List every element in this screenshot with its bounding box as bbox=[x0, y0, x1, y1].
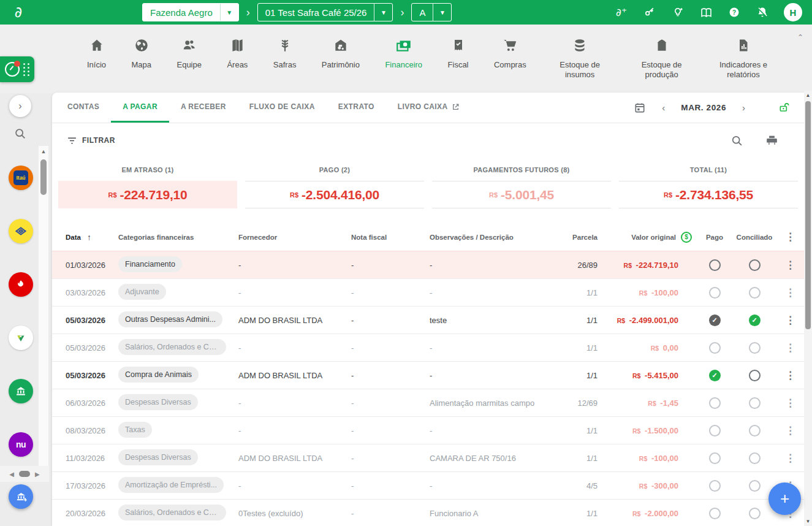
category-chip[interactable]: Taxas bbox=[118, 422, 152, 438]
prev-month-icon[interactable]: ‹ bbox=[646, 102, 681, 113]
nav-item-indicadores[interactable]: Indicadores e relatórios bbox=[715, 34, 772, 79]
summary-pagamentos-futuros[interactable]: PAGAMENTOS FUTUROS (8) R$-5.001,45 bbox=[432, 166, 611, 208]
category-chip[interactable]: Salários, Ordenados e Co... bbox=[118, 505, 226, 520]
summary-em-atraso[interactable]: EM ATRASO (1) R$-224.719,10 bbox=[58, 166, 237, 208]
nav-item-equipe[interactable]: Equipe bbox=[176, 34, 201, 79]
tab-livro-caixa[interactable]: LIVRO CAIXA bbox=[386, 93, 471, 123]
bank-green-icon[interactable] bbox=[9, 379, 33, 403]
header-pago[interactable]: Pago bbox=[697, 234, 732, 241]
nav-item-mapa[interactable]: Mapa bbox=[132, 34, 152, 79]
scroll-up-icon[interactable]: ▲ bbox=[39, 148, 48, 154]
referral-aegro-plus-icon[interactable]: ∂⁺ bbox=[615, 6, 628, 19]
avatar[interactable]: H bbox=[784, 3, 802, 21]
header-kebab-icon[interactable]: ⋮ bbox=[776, 232, 804, 242]
main-scrollbar[interactable]: ▲ ▼ bbox=[804, 91, 812, 526]
nav-item-safras[interactable]: Safras bbox=[273, 34, 297, 79]
itau-bank-icon[interactable]: Itaú bbox=[9, 166, 33, 190]
knowledge-book-icon[interactable] bbox=[699, 6, 713, 19]
paid-toggle[interactable]: ✓ bbox=[709, 370, 721, 381]
table-row[interactable]: 05/03/2026 Compra de Animais ADM DO BRAS… bbox=[52, 361, 804, 389]
header-nota-fiscal[interactable]: Nota fiscal bbox=[351, 234, 430, 241]
tab-fluxo-de-caixa[interactable]: FLUXO DE CAIXA bbox=[238, 93, 327, 123]
paid-toggle[interactable] bbox=[709, 508, 721, 519]
paid-toggle[interactable] bbox=[709, 452, 721, 464]
table-row[interactable]: 05/03/2026 Outras Despesas Admini... ADM… bbox=[52, 306, 804, 334]
field-caret-icon[interactable]: ▼ bbox=[433, 4, 451, 21]
scroll-right-icon[interactable]: ▶ bbox=[35, 471, 40, 478]
aegro-logo-icon[interactable]: ∂ bbox=[0, 4, 37, 21]
add-entry-fab[interactable]: + bbox=[768, 482, 801, 515]
calendar-icon[interactable] bbox=[634, 102, 646, 114]
rail-horizontal-scrollbar[interactable]: ◀ ▶ bbox=[0, 466, 49, 482]
category-chip[interactable]: Adjuvante bbox=[118, 284, 166, 300]
header-categorias[interactable]: Categorias financeiras bbox=[118, 234, 238, 241]
table-row[interactable]: 11/03/2026 Despesas Diversas ADM DO BRAS… bbox=[52, 444, 804, 471]
nav-item-financeiro[interactable]: Financeiro bbox=[385, 34, 422, 79]
category-chip[interactable]: Despesas Diversas bbox=[118, 394, 198, 410]
farm-selector[interactable]: Fazenda Aegro ▼ bbox=[142, 3, 239, 21]
search-icon[interactable] bbox=[730, 134, 743, 147]
filter-button[interactable]: FILTRAR bbox=[67, 135, 115, 146]
paid-toggle[interactable] bbox=[709, 397, 721, 409]
tab-a-pagar[interactable]: A PAGAR bbox=[111, 93, 169, 123]
help-icon[interactable]: ? bbox=[727, 6, 741, 19]
reconciled-toggle[interactable] bbox=[749, 370, 761, 381]
row-kebab-icon[interactable]: ⋮ bbox=[776, 315, 804, 326]
reconciled-toggle[interactable] bbox=[749, 425, 761, 436]
rail-scrollbar[interactable]: ▲ ▼ bbox=[39, 146, 48, 482]
table-row[interactable]: 20/03/2026 Salários, Ordenados e Co... 0… bbox=[52, 499, 804, 526]
paid-toggle[interactable] bbox=[709, 287, 721, 299]
table-row[interactable]: 01/03/2026 Financiamento - - - 26/89 R$ … bbox=[52, 251, 804, 278]
table-row[interactable]: 06/03/2026 Despesas Diversas - - Aliment… bbox=[52, 389, 804, 416]
reconciled-toggle[interactable] bbox=[749, 259, 761, 271]
paid-toggle[interactable]: ✓ bbox=[709, 314, 721, 326]
reconciled-toggle[interactable] bbox=[749, 397, 761, 409]
tab-a-receber[interactable]: A RECEBER bbox=[169, 93, 238, 123]
nav-item-patrimonio[interactable]: Patrimônio bbox=[322, 34, 360, 79]
summary-total[interactable]: TOTAL (11) R$-2.734.136,55 bbox=[619, 166, 798, 208]
category-chip[interactable]: Despesas Diversas bbox=[118, 449, 198, 465]
santander-bank-icon[interactable] bbox=[9, 272, 33, 297]
reconciled-toggle[interactable] bbox=[749, 287, 761, 299]
header-parcela[interactable]: Parcela bbox=[566, 234, 605, 241]
row-kebab-icon[interactable]: ⋮ bbox=[776, 425, 804, 436]
scroll-up-icon[interactable]: ▲ bbox=[804, 93, 812, 98]
header-conciliado[interactable]: Conciliado bbox=[732, 234, 776, 241]
season-selector[interactable]: 01 Test Safra Café 25/26 ▼ bbox=[257, 3, 393, 21]
banco-do-brasil-icon[interactable] bbox=[9, 219, 33, 243]
reconciled-toggle[interactable] bbox=[749, 342, 761, 354]
collapse-nav-icon[interactable]: ⌃ bbox=[797, 33, 803, 42]
nav-item-estoque-insumos[interactable]: Estoque de insumos bbox=[552, 34, 608, 79]
reconciled-toggle[interactable] bbox=[749, 480, 761, 492]
row-kebab-icon[interactable]: ⋮ bbox=[776, 370, 804, 381]
header-observacoes[interactable]: Observações / Descrição bbox=[430, 234, 566, 241]
tab-contas[interactable]: CONTAS bbox=[56, 93, 111, 123]
header-valor-original[interactable]: Valor original $ bbox=[605, 232, 697, 243]
paid-toggle[interactable] bbox=[709, 425, 721, 436]
header-data[interactable]: Data ↑ bbox=[66, 232, 118, 242]
extension-widget[interactable] bbox=[0, 56, 34, 82]
nav-item-compras[interactable]: Compras bbox=[494, 34, 526, 79]
season-caret-icon[interactable]: ▼ bbox=[374, 4, 392, 21]
farm-caret-icon[interactable]: ▼ bbox=[220, 4, 238, 21]
table-row[interactable]: 05/03/2026 Salários, Ordenados e Co... -… bbox=[52, 334, 804, 361]
category-chip[interactable]: Salários, Ordenados e Co... bbox=[118, 339, 226, 355]
next-month-icon[interactable]: › bbox=[726, 102, 761, 113]
print-icon[interactable] bbox=[765, 134, 778, 147]
main-scroll-thumb[interactable] bbox=[805, 101, 811, 329]
nav-item-inicio[interactable]: Início bbox=[87, 34, 106, 79]
scroll-left-icon[interactable]: ◀ bbox=[9, 471, 14, 478]
category-chip[interactable]: Outras Despesas Admini... bbox=[118, 311, 222, 327]
paid-toggle[interactable] bbox=[709, 342, 721, 354]
idea-bulb-icon[interactable] bbox=[671, 6, 685, 19]
category-chip[interactable]: Compra de Animais bbox=[118, 367, 199, 383]
reconciled-toggle[interactable] bbox=[749, 508, 761, 519]
rail-expand-button[interactable]: › bbox=[9, 95, 31, 117]
summary-pago[interactable]: PAGO (2) R$-2.504.416,00 bbox=[245, 166, 424, 208]
table-row[interactable]: 08/03/2026 Taxas - - - 1/1 R$ -1.500,00 … bbox=[52, 416, 804, 444]
row-kebab-icon[interactable]: ⋮ bbox=[776, 343, 804, 353]
nubank-icon[interactable]: nu bbox=[9, 432, 33, 457]
paid-toggle[interactable] bbox=[709, 480, 721, 492]
sort-asc-icon[interactable]: ↑ bbox=[87, 232, 91, 242]
hscroll-thumb[interactable] bbox=[19, 471, 30, 477]
